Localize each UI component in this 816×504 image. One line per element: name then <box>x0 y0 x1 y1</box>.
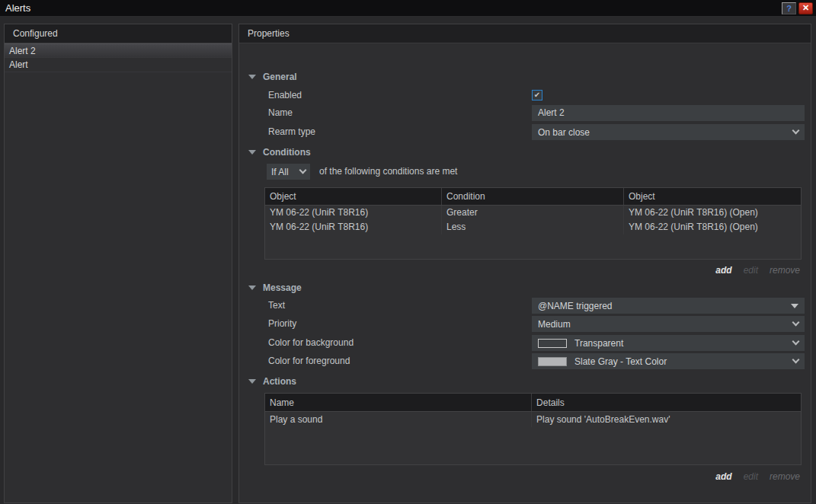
message-text-combo[interactable]: @NAME triggered <box>532 298 805 314</box>
column-header-condition: Condition <box>442 188 624 205</box>
rearm-type-label: Rearm type <box>268 124 315 140</box>
section-actions-title: Actions <box>263 376 296 387</box>
color-background-dropdown[interactable]: Transparent <box>532 335 805 351</box>
collapse-triangle-icon <box>248 285 256 290</box>
window-title: Alerts <box>5 2 30 14</box>
close-button[interactable]: ✕ <box>798 2 813 14</box>
column-header-name: Name <box>265 394 532 411</box>
column-header-object-1: Object <box>265 188 442 205</box>
priority-dropdown[interactable]: Medium <box>532 316 805 332</box>
quantifier-value: If All <box>271 167 289 177</box>
conditions-add-link[interactable]: add <box>715 265 731 276</box>
rearm-type-value: On bar close <box>538 127 590 138</box>
properties-panel: Properties General Enabled Name Rearm ty… <box>238 24 811 503</box>
section-general[interactable]: General <box>248 71 297 82</box>
collapse-triangle-icon <box>248 75 256 79</box>
color-foreground-dropdown[interactable]: Slate Gray - Text Color <box>532 353 805 369</box>
enabled-label: Enabled <box>268 88 302 104</box>
transparent-swatch-icon <box>538 339 567 348</box>
actions-table: Name Details Play a sound Play sound 'Au… <box>264 393 802 465</box>
actions-table-links: add edit remove <box>715 471 800 482</box>
actions-table-header: Name Details <box>265 394 801 412</box>
priority-label: Priority <box>268 316 296 332</box>
condition-cell: YM 06-22 (UniR T8R16) (Open) <box>624 206 801 220</box>
action-row[interactable]: Play a sound Play sound 'AutoBreakEven.w… <box>265 412 801 427</box>
actions-remove-link[interactable]: remove <box>770 471 800 482</box>
color-foreground-value: Slate Gray - Text Color <box>574 356 667 367</box>
condition-row[interactable]: YM 06-22 (UniR T8R16) Less YM 06-22 (Uni… <box>265 220 801 234</box>
conditions-table-header: Object Condition Object <box>265 188 801 206</box>
conditions-table-links: add edit remove <box>715 265 800 276</box>
condition-row[interactable]: YM 06-22 (UniR T8R16) Greater YM 06-22 (… <box>265 206 801 220</box>
action-cell: Play sound 'AutoBreakEven.wav' <box>532 412 801 427</box>
list-item-alert-2[interactable]: Alert 2 <box>5 43 232 58</box>
actions-add-link[interactable]: add <box>715 471 731 482</box>
column-header-object-2: Object <box>624 188 801 205</box>
conditions-edit-link[interactable]: edit <box>744 265 758 276</box>
column-header-details: Details <box>532 394 801 411</box>
name-label: Name <box>268 105 293 121</box>
properties-panel-header: Properties <box>239 24 811 43</box>
name-input[interactable] <box>532 105 805 121</box>
color-swatch-icon <box>538 357 567 366</box>
section-message-title: Message <box>263 282 302 293</box>
collapse-triangle-icon <box>248 150 256 155</box>
condition-cell: YM 06-22 (UniR T8R16) <box>265 220 442 234</box>
section-conditions-title: Conditions <box>263 147 311 158</box>
condition-cell: Less <box>442 220 624 234</box>
action-cell: Play a sound <box>265 412 532 427</box>
conditions-remove-link[interactable]: remove <box>770 265 800 276</box>
section-actions[interactable]: Actions <box>248 375 296 387</box>
chevron-down-icon <box>299 167 307 174</box>
color-background-label: Color for background <box>268 335 354 351</box>
alert-list: Alert 2 Alert <box>5 43 232 72</box>
titlebar-buttons: ? ✕ <box>782 2 813 14</box>
list-item-alert[interactable]: Alert <box>5 58 232 72</box>
chevron-down-icon <box>792 319 800 327</box>
rearm-type-dropdown[interactable]: On bar close <box>532 124 805 140</box>
section-general-title: General <box>263 72 297 82</box>
help-button[interactable]: ? <box>782 2 796 14</box>
color-background-value: Transparent <box>574 338 623 349</box>
conditions-table: Object Condition Object YM 06-22 (UniR T… <box>264 187 802 260</box>
enabled-checkbox[interactable] <box>532 90 542 100</box>
condition-cell: YM 06-22 (UniR T8R16) <box>265 206 442 220</box>
quantifier-suffix: of the following conditions are met <box>319 164 457 180</box>
message-text-value: @NAME triggered <box>538 301 613 311</box>
properties-body: General Enabled Name Rearm type On bar c… <box>239 43 811 502</box>
text-label: Text <box>268 298 285 314</box>
condition-cell: Greater <box>442 206 624 220</box>
condition-cell: YM 06-22 (UniR T8R16) (Open) <box>624 220 801 234</box>
chevron-down-icon <box>792 338 800 346</box>
configured-panel-header: Configured <box>5 24 232 43</box>
section-conditions[interactable]: Conditions <box>248 146 311 158</box>
combo-arrow-icon <box>791 304 798 308</box>
collapse-triangle-icon <box>248 379 256 384</box>
section-message[interactable]: Message <box>248 282 302 293</box>
configured-panel: Configured Alert 2 Alert <box>4 24 232 503</box>
title-bar: Alerts ? ✕ <box>0 0 816 17</box>
alerts-dialog: { "window": { "title": "Alerts", "help_l… <box>0 0 816 504</box>
chevron-down-icon <box>792 127 800 135</box>
actions-edit-link[interactable]: edit <box>744 471 758 482</box>
quantifier-dropdown[interactable]: If All <box>267 164 310 180</box>
priority-value: Medium <box>538 319 571 330</box>
chevron-down-icon <box>792 356 800 364</box>
color-foreground-label: Color for foreground <box>268 353 350 369</box>
